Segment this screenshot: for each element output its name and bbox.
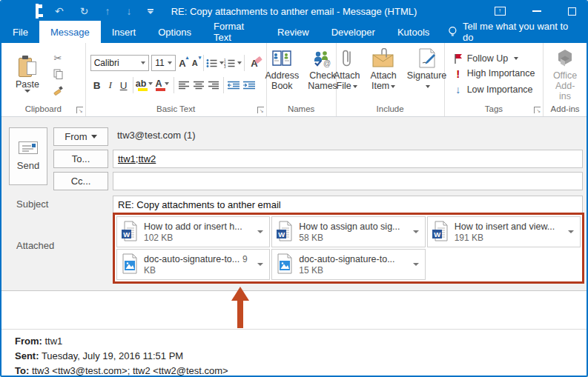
dialog-launcher-icon[interactable]: ↘ (76, 107, 83, 113)
signature-button[interactable]: Signature (404, 45, 450, 93)
previous-item-button[interactable]: ↑ (105, 6, 110, 16)
ribbon: Paste ✂ Clipboard↘ (1, 43, 587, 117)
bullets-button[interactable] (206, 59, 224, 68)
recipient-chip[interactable]: ttw1 (118, 153, 136, 164)
cut-button[interactable]: ✂ (50, 51, 65, 64)
lightbulb-icon (448, 26, 457, 38)
tab-options[interactable]: Options (147, 21, 202, 43)
attachment-tile[interactable]: W How to insert and view... 191 KB (427, 216, 581, 247)
minimize-button[interactable] (532, 10, 541, 12)
attachment-tile[interactable]: doc-auto-signature-to... 9 KB (116, 249, 270, 280)
group-addins: Office Add-ins Add-ins (544, 43, 587, 116)
word-file-icon: W (277, 221, 293, 244)
underline-button[interactable]: U (117, 77, 131, 93)
low-importance-button[interactable]: ↓ Low Importance (454, 84, 541, 96)
font-family-select[interactable]: Calibri (90, 55, 150, 71)
send-button[interactable]: Send (9, 127, 47, 185)
arrow-down-icon: ↓ (126, 5, 131, 17)
word-file-icon: W (122, 221, 138, 244)
tab-kutools[interactable]: Kutools (386, 21, 440, 43)
tab-file[interactable]: File (1, 21, 39, 43)
attachment-name: doc-auto-signature-to... (299, 254, 394, 264)
attachment-tile[interactable]: doc-auto-signature-to... 15 KB (271, 249, 425, 280)
attachment-size: 102 KB (144, 233, 173, 243)
clear-formatting-button[interactable]: A (247, 55, 262, 71)
numbering-button[interactable]: 123 (224, 59, 242, 68)
align-center-button[interactable] (191, 81, 206, 90)
attach-item-button[interactable]: Attach Item (367, 45, 399, 93)
tell-me-box[interactable]: Tell me what you want to do (440, 21, 587, 43)
maximize-button[interactable] (568, 7, 576, 16)
message-header: Send From ttw3@test.com (1) To... ttw1; … (1, 117, 587, 290)
office-addins-icon (554, 48, 576, 69)
undo-button[interactable]: ↶ (55, 6, 64, 16)
from-button[interactable]: From (53, 127, 108, 146)
svg-text:@: @ (323, 59, 331, 67)
attachments-annotation-box: W How to add or insert h... 102 KB W How… (113, 213, 584, 284)
quick-access-toolbar: ↶ ↻ ↑ ↓ (1, 6, 153, 16)
save-button[interactable] (36, 6, 39, 16)
address-book-button[interactable]: Address Book (262, 45, 302, 93)
dialog-launcher-icon[interactable]: ↘ (534, 107, 541, 113)
cc-field[interactable] (113, 172, 583, 190)
image-file-icon (277, 253, 293, 276)
copy-button[interactable] (50, 67, 65, 81)
subject-field[interactable]: RE: Copy attachments to anther email (113, 196, 583, 214)
font-color-button[interactable]: A (153, 77, 171, 93)
grow-font-button[interactable]: A▴ (176, 55, 188, 71)
bold-button[interactable]: B (90, 77, 104, 93)
group-include: Attach File Attach Item Signature Includ… (337, 43, 445, 116)
chevron-down-icon (391, 85, 395, 88)
highlight-color-button[interactable]: ab (136, 77, 153, 93)
tab-review[interactable]: Review (266, 21, 320, 43)
flag-icon (454, 53, 463, 64)
to-button[interactable]: To... (53, 150, 108, 168)
attachment-dropdown-icon[interactable] (257, 230, 263, 233)
font-size-select[interactable]: 11 (151, 55, 176, 71)
svg-text:W: W (123, 230, 130, 238)
tab-insert[interactable]: Insert (101, 21, 148, 43)
decrease-indent-button[interactable] (226, 81, 242, 90)
follow-up-button[interactable]: Follow Up (454, 53, 541, 64)
increase-indent-icon (243, 81, 255, 90)
format-painter-button[interactable] (50, 84, 65, 97)
tab-developer[interactable]: Developer (320, 21, 386, 43)
outlook-message-window: ↶ ↻ ↑ ↓ RE: Copy attachments to anther e… (0, 0, 588, 377)
high-importance-button[interactable]: ! High Importance (454, 67, 541, 80)
dialog-launcher-icon[interactable]: ↘ (257, 107, 264, 113)
attachment-tile[interactable]: W How to assign auto sig... 58 KB (271, 216, 425, 247)
office-addins-button[interactable]: Office Add-ins (546, 45, 584, 103)
message-body[interactable]: From: ttw1 Sent: Tuesday, July 19, 2016 … (1, 290, 587, 376)
paste-button[interactable]: Paste (10, 56, 44, 93)
attachment-name: doc-auto-signature-to... (144, 254, 240, 264)
shrink-font-icon: ▾ (199, 55, 202, 61)
tab-format-text[interactable]: Format Text (202, 21, 266, 43)
group-tags: Follow Up ! High Importance ↓ Low Import… (445, 43, 544, 116)
tab-message[interactable]: Message (39, 21, 101, 43)
cc-button[interactable]: Cc... (53, 172, 108, 190)
redo-button[interactable]: ↻ (80, 6, 89, 16)
increase-indent-button[interactable] (242, 81, 257, 90)
align-right-button[interactable] (206, 81, 221, 90)
shrink-font-button[interactable]: A▾ (188, 55, 201, 71)
italic-button[interactable]: I (104, 77, 117, 93)
attachment-dropdown-icon[interactable] (413, 263, 419, 266)
bullets-icon (206, 59, 217, 68)
chevron-down-icon (148, 82, 153, 85)
ribbon-display-options-button[interactable] (495, 7, 506, 16)
to-field[interactable]: ttw1; ttw2 (113, 150, 583, 168)
attach-file-button[interactable]: Attach File (331, 45, 363, 93)
chevron-down-icon (426, 85, 430, 88)
attachment-dropdown-icon[interactable] (568, 230, 574, 233)
next-item-button[interactable]: ↓ (126, 6, 131, 16)
align-left-icon (179, 81, 189, 90)
svg-text:W: W (434, 230, 440, 238)
customize-qat-button[interactable] (148, 9, 153, 14)
recipient-chip[interactable]: ttw2 (138, 153, 156, 164)
customize-qat-icon (148, 9, 153, 10)
align-left-button[interactable] (176, 81, 191, 90)
attachment-dropdown-icon[interactable] (257, 263, 263, 266)
attachment-tile[interactable]: W How to add or insert h... 102 KB (116, 216, 270, 247)
attachment-dropdown-icon[interactable] (413, 230, 419, 233)
attachment-size: 191 KB (455, 233, 483, 243)
